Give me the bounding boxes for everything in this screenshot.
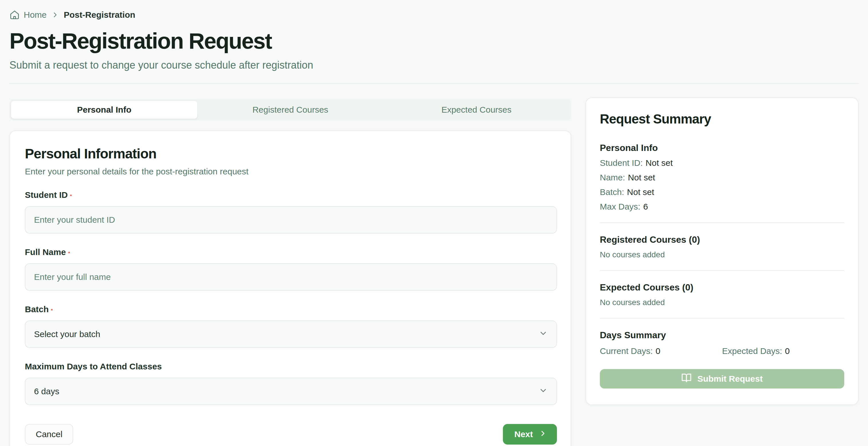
full-name-field-group: Full Name* [25, 247, 557, 291]
breadcrumb-chevron-icon [51, 11, 59, 19]
summary-days-title: Days Summary [600, 330, 844, 341]
summary-divider [600, 222, 844, 223]
full-name-input[interactable] [25, 263, 557, 291]
batch-select-value: Select your batch [34, 329, 100, 339]
next-button-label: Next [514, 429, 533, 439]
summary-row-value: Not set [646, 158, 673, 167]
student-id-field-group: Student ID* [25, 190, 557, 233]
full-name-label: Full Name [25, 247, 66, 257]
summary-row-label: Student ID: [600, 158, 643, 167]
summary-row-label: Max Days: [600, 202, 641, 211]
student-id-input[interactable] [25, 206, 557, 233]
page-title: Post-Registration Request [9, 28, 859, 54]
summary-expected-section: Expected Courses (0) No courses added [600, 282, 844, 307]
summary-row-batch: Batch:Not set [600, 187, 844, 197]
summary-row-student-id: Student ID:Not set [600, 158, 844, 168]
chevron-down-icon [539, 386, 548, 397]
summary-registered-title: Registered Courses (0) [600, 234, 844, 245]
required-marker: * [68, 251, 70, 256]
summary-title: Request Summary [600, 111, 844, 127]
cancel-button[interactable]: Cancel [25, 424, 73, 445]
request-summary-card: Request Summary Personal Info Student ID… [586, 97, 859, 405]
breadcrumb-home-link[interactable]: Home [9, 10, 46, 20]
home-icon [9, 10, 20, 20]
max-days-label: Maximum Days to Attend Classes [25, 362, 162, 371]
personal-information-card: Personal Information Enter your personal… [9, 130, 571, 446]
summary-divider [600, 318, 844, 318]
tab-personal-info[interactable]: Personal Info [11, 101, 197, 119]
max-days-select-value: 6 days [34, 386, 59, 396]
book-open-icon [681, 373, 691, 385]
chevron-down-icon [539, 329, 548, 340]
summary-days-section: Days Summary Current Days:0 Expected Day… [600, 330, 844, 356]
current-days-value: 0 [656, 346, 660, 356]
summary-registered-section: Registered Courses (0) No courses added [600, 234, 844, 259]
summary-row-value: 6 [643, 202, 648, 211]
student-id-label: Student ID [25, 190, 68, 199]
content-columns: Personal Info Registered Courses Expecte… [9, 99, 859, 446]
next-button[interactable]: Next [503, 424, 557, 445]
summary-row-max-days: Max Days:6 [600, 202, 844, 212]
expected-days-value: 0 [785, 346, 790, 356]
summary-row-label: Name: [600, 173, 625, 182]
chevron-right-icon [539, 429, 547, 440]
expected-days-label: Expected Days: [722, 346, 782, 356]
page-subtitle: Submit a request to change your course s… [9, 59, 859, 71]
form-subtitle: Enter your personal details for the post… [25, 167, 557, 177]
tab-registered-courses[interactable]: Registered Courses [197, 101, 383, 119]
summary-row-value: Not set [628, 173, 655, 182]
summary-expected-title: Expected Courses (0) [600, 282, 844, 293]
form-column: Personal Info Registered Courses Expecte… [9, 99, 571, 446]
form-actions: Cancel Next [25, 424, 557, 445]
summary-personal-info-section: Personal Info Student ID:Not set Name:No… [600, 143, 844, 212]
summary-expected-empty: No courses added [600, 298, 844, 307]
current-days-label: Current Days: [600, 346, 653, 356]
post-registration-page: Home Post-Registration Post-Registration… [0, 0, 868, 446]
submit-request-button[interactable]: Submit Request [600, 369, 844, 388]
summary-divider [600, 270, 844, 271]
tab-expected-courses[interactable]: Expected Courses [383, 101, 569, 119]
summary-registered-empty: No courses added [600, 250, 844, 259]
breadcrumb-current: Post-Registration [64, 10, 135, 20]
breadcrumb: Home Post-Registration [9, 10, 859, 20]
step-tabs: Personal Info Registered Courses Expecte… [9, 99, 571, 120]
submit-request-label: Submit Request [697, 374, 763, 384]
summary-row-label: Batch: [600, 187, 624, 197]
max-days-field-group: Maximum Days to Attend Classes 6 days [25, 362, 557, 405]
header-divider [9, 83, 859, 84]
summary-column: Request Summary Personal Info Student ID… [586, 99, 859, 405]
batch-label: Batch [25, 305, 49, 314]
current-days: Current Days:0 [600, 346, 722, 356]
days-summary-grid: Current Days:0 Expected Days:0 [600, 346, 844, 356]
required-marker: * [51, 308, 53, 313]
summary-personal-info-title: Personal Info [600, 143, 844, 153]
required-marker: * [70, 194, 72, 199]
batch-select[interactable]: Select your batch [25, 320, 557, 348]
summary-row-value: Not set [627, 187, 654, 197]
breadcrumb-home-label: Home [24, 10, 46, 20]
batch-field-group: Batch* Select your batch [25, 305, 557, 348]
max-days-select[interactable]: 6 days [25, 378, 557, 405]
form-title: Personal Information [25, 146, 557, 162]
expected-days: Expected Days:0 [722, 346, 844, 356]
summary-row-name: Name:Not set [600, 173, 844, 182]
